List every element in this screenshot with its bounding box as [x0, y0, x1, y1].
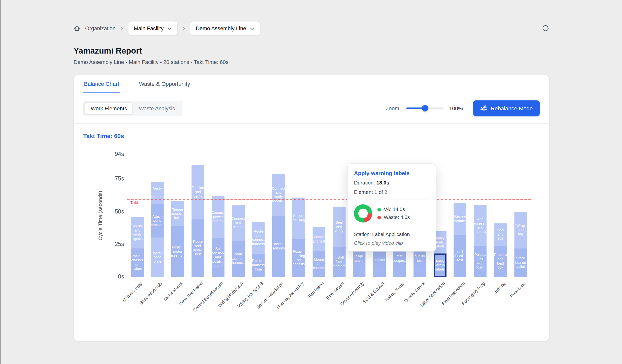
bar-segment[interactable]: Positi... chassis on fixture	[131, 248, 144, 277]
tune-icon	[480, 104, 487, 112]
y-axis-tick: 0s	[104, 273, 124, 280]
bar-segment[interactable]: Review docume...	[454, 203, 466, 235]
station-bar[interactable]: Review docume...Full functi... test	[454, 203, 466, 277]
line-selector-label: Demo Assembly Line	[196, 25, 246, 31]
bar-segment[interactable]: Seal and label	[494, 223, 507, 245]
tab-waste-opportunity[interactable]: Waste & Opportunity	[138, 75, 191, 93]
va-legend-label: VA: 14.0s	[384, 207, 405, 212]
station-bar[interactable]: Route and connect harnessRetrie... harne…	[252, 222, 265, 277]
bar-segment[interactable]: Secure housing	[292, 197, 305, 239]
bar-segment[interactable]: Connect and secure	[232, 205, 244, 241]
bar-segment[interactable]: Set tension and positi... board	[212, 238, 224, 277]
refresh-button[interactable]	[542, 25, 549, 32]
chart-toolbar: Work Elements Waste Analysis Zoom: 100%	[74, 93, 549, 124]
bar-segment[interactable]: Full functi... test	[454, 235, 466, 277]
chevron-down-icon	[250, 25, 254, 31]
work-elements-toggle[interactable]: Work Elements	[85, 102, 133, 115]
bar-segment[interactable]: Add access... and manuals	[474, 205, 486, 246]
zoom-slider[interactable]	[406, 105, 444, 112]
bar-segment[interactable]: Prepare and load box	[494, 246, 507, 277]
page-title: Yamazumi Report	[74, 46, 550, 56]
app-window: Organization Main Facility Demo Assembly…	[0, 0, 622, 364]
x-axis-label: Testing Setup	[363, 281, 405, 324]
zoom-slider-thumb[interactable]	[422, 105, 428, 112]
station-bar[interactable]: Connect power and testSet tension and po…	[212, 196, 224, 277]
waste-legend-item: Waste: 4.0s	[378, 215, 410, 220]
bar-segment[interactable]: Connect and test	[312, 227, 325, 251]
waste-dot-icon	[378, 216, 381, 219]
facility-selector[interactable]: Main Facility	[128, 21, 177, 36]
va-waste-donut	[354, 204, 372, 223]
tooltip-title: Apply warning labels	[354, 170, 429, 176]
tooltip-duration: Duration: 18.0s	[354, 180, 429, 186]
va-legend-item: VA: 14.0s	[378, 207, 410, 212]
rebalance-mode-button[interactable]: Rebalance Mode	[473, 100, 540, 116]
x-axis-label: Control Board Mount	[181, 281, 224, 324]
bar-segment[interactable]: Attach mounti... bracke...	[151, 204, 164, 238]
bar-segment[interactable]: Secure and verify alignm...	[131, 217, 144, 248]
bar-segment[interactable]: Mount fan assemb...	[312, 251, 325, 277]
line-selector[interactable]: Demo Assembly Line	[190, 21, 260, 36]
station-bar[interactable]: Seal and verifyInstall filter element	[333, 207, 345, 277]
takt-line-label: Takt	[130, 200, 138, 205]
station-bar[interactable]: Connect and testMount fan assemb...	[312, 227, 325, 277]
y-axis-tick: 25s	[104, 241, 124, 247]
zoom-label: Zoom:	[385, 105, 401, 111]
x-axis-label: Chassis Prep	[100, 281, 143, 324]
bar-segment[interactable]: Install sensors	[272, 216, 285, 277]
chevron-right-icon	[182, 26, 185, 31]
station-bar[interactable]: Connect and verify readin...Install sens…	[272, 174, 285, 277]
bars-area: Secure and verify alignm...Positi... cha…	[127, 124, 531, 277]
tooltip-duration-label: Duration:	[354, 180, 375, 186]
station-bar[interactable]: Secure and verify alignm...Positi... cha…	[131, 217, 144, 277]
bar-segment[interactable]: Positi... motor assemb...	[171, 226, 184, 277]
takt-time-label: Takt Time: 60s	[83, 132, 124, 139]
station-bar[interactable]: Add access... and manualsPositi... unit …	[474, 205, 486, 277]
bar-segment[interactable]: Verify and docume...	[151, 182, 164, 204]
divider	[354, 200, 429, 200]
bar-segment[interactable]: Route and connect harness	[252, 222, 265, 253]
waste-analysis-toggle[interactable]: Waste Analysis	[133, 102, 181, 115]
home-icon[interactable]	[74, 25, 80, 32]
element-tooltip[interactable]: Apply warning labels Duration: 18.0s Ele…	[347, 163, 436, 251]
station-bar[interactable]: Seal and labelPrepare and load box	[494, 223, 507, 277]
y-axis-tick: 94s	[104, 151, 124, 157]
x-axis-label: Label Application	[403, 281, 446, 324]
tab-bar: Balance Chart Waste & Opportunity	[74, 75, 549, 93]
bar-segment[interactable]: Torque mounti... bolts	[171, 201, 184, 226]
station-bar[interactable]: Connect and secureRoute second... harnes…	[232, 205, 244, 277]
bar-segment[interactable]: Route and install belt	[191, 219, 204, 277]
station-bar[interactable]: Torque mounti... boltsPositi... motor as…	[171, 201, 184, 277]
va-waste-breakdown: VA: 14.0s Waste: 4.0s	[354, 204, 429, 223]
tooltip-station: Station: Label Application	[354, 232, 429, 237]
station-bar[interactable]: Wrap and tagStack box on pallet	[514, 212, 527, 277]
x-axis-label: Drive Belt Install	[161, 281, 204, 324]
tab-balance-chart[interactable]: Balance Chart	[83, 75, 120, 93]
tooltip-element-position: Element 1 of 2	[354, 189, 429, 195]
bar-segment[interactable]: Install base plate	[151, 238, 164, 277]
x-axis-label: Final Inspection	[423, 281, 466, 324]
y-axis-tick: 50s	[104, 208, 124, 214]
takt-line	[127, 199, 531, 199]
breadcrumb: Organization Main Facility Demo Assembly…	[74, 21, 550, 36]
bar-segment[interactable]: Tension and verify	[191, 165, 204, 220]
chevron-down-icon	[167, 25, 172, 31]
bar-segment[interactable]: Wrap and tag	[514, 212, 527, 248]
bar-segment[interactable]: Retrie... harness from	[252, 253, 265, 277]
breadcrumb-organization[interactable]: Organization	[85, 25, 115, 31]
bar-segment[interactable]: Stack box on pallet	[514, 248, 527, 277]
bar-segment-selected[interactable]: Apply warning labels	[434, 253, 446, 277]
bar-segment[interactable]: Install filter element	[333, 247, 345, 277]
bar-segment[interactable]: Connect and verify readin...	[272, 174, 285, 215]
divider	[354, 227, 429, 227]
bar-segment[interactable]: Positi... unit with foam	[474, 246, 486, 277]
station-bar[interactable]: Tension and verifyRoute and install belt	[191, 165, 204, 277]
bar-segment[interactable]: Route second... harness	[232, 241, 244, 277]
bar-segment[interactable]: Positi... housing on chassis	[292, 239, 305, 277]
bar-segment[interactable]: Connect power and test	[212, 196, 224, 238]
station-bar[interactable]: Secure housingPositi... housing on chass…	[292, 197, 305, 277]
bar-segment[interactable]: Seal and verify	[333, 207, 345, 247]
view-toggle: Work Elements Waste Analysis	[83, 101, 183, 116]
x-axis-label: Packaging Prep	[443, 281, 486, 324]
station-bar[interactable]: Verify and docume...Attach mounti... bra…	[151, 182, 164, 277]
